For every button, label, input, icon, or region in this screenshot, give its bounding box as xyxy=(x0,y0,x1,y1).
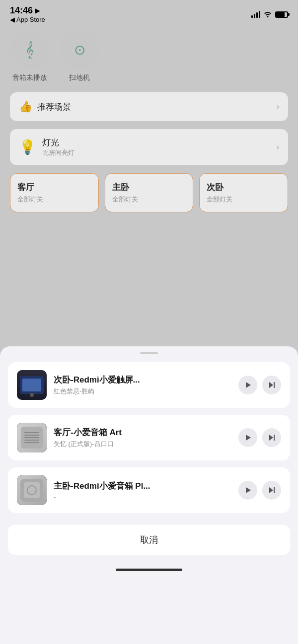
music-card-0[interactable]: 次卧-Redmi小爱触屏... 红色禁忌-胜屿 xyxy=(8,362,290,408)
song-name-0: 红色禁忌-胜屿 xyxy=(54,387,231,396)
vacuum-label: 扫地机 xyxy=(69,73,90,82)
bottom-sheet: 次卧-Redmi小爱触屏... 红色禁忌-胜屿 xyxy=(0,346,298,644)
thumb-0 xyxy=(17,370,47,400)
svg-rect-2 xyxy=(274,382,275,388)
controls-0 xyxy=(238,376,281,394)
status-right xyxy=(251,10,288,19)
music-info-1: 客厅-小爱音箱 Art 失忆 (正式版)-吕口口 xyxy=(54,427,231,449)
rooms-row: 客厅 全部灯关 主卧 全部灯关 次卧 全部灯关 xyxy=(10,173,288,212)
room-card-master[interactable]: 主卧 全部灯关 xyxy=(105,173,194,212)
lights-title: 灯光 xyxy=(42,137,74,148)
chevron-right-icon: › xyxy=(277,102,279,111)
room-name-secondary: 次卧 xyxy=(207,182,281,193)
play-button-0[interactable] xyxy=(238,376,257,394)
location-arrow-icon: ▶ xyxy=(35,7,40,15)
controls-2 xyxy=(238,481,281,500)
back-button[interactable]: ◀ App Store xyxy=(10,16,45,23)
next-button-2[interactable] xyxy=(262,481,281,500)
device-speaker: 𝄞 音箱未播放 xyxy=(10,30,50,82)
signal-icon xyxy=(251,11,260,18)
room-status-living: 全部灯关 xyxy=(17,195,91,204)
room-name-master: 主卧 xyxy=(112,182,186,193)
device-vacuum: ⊙ 扫地机 xyxy=(60,30,99,82)
status-time: 14:46 ▶ xyxy=(10,5,45,16)
thumb-1 xyxy=(17,423,47,452)
speaker-label: 音箱未播放 xyxy=(12,73,47,82)
speaker-circle: 𝄞 xyxy=(10,30,50,69)
recommend-left: 👍 推荐场景 xyxy=(19,100,71,113)
svg-marker-0 xyxy=(246,382,251,388)
room-card-secondary[interactable]: 次卧 全部灯关 xyxy=(199,173,288,212)
pull-indicator xyxy=(140,352,158,354)
svg-marker-3 xyxy=(246,435,251,441)
device-name-2: 主卧-Redmi小爱音箱 Pl... xyxy=(54,480,231,492)
controls-1 xyxy=(238,428,281,447)
bottom-sheet-overlay: 次卧-Redmi小爱触屏... 红色禁忌-胜屿 xyxy=(0,346,298,644)
status-left: 14:46 ▶ ◀ App Store xyxy=(10,5,45,24)
recommend-card[interactable]: 👍 推荐场景 › xyxy=(10,92,288,121)
battery-icon xyxy=(275,11,288,18)
music-note-icon: 𝄞 xyxy=(25,41,34,59)
back-arrow-icon: ◀ xyxy=(10,16,15,23)
lights-chevron-icon: › xyxy=(277,143,279,152)
lights-subtitle: 无房间亮灯 xyxy=(42,148,74,157)
devices-row: 𝄞 音箱未播放 ⊙ 扫地机 xyxy=(10,30,288,82)
song-name-2: - xyxy=(54,493,231,501)
svg-rect-8 xyxy=(274,487,275,493)
device-name-0: 次卧-Redmi小爱触屏... xyxy=(54,374,231,386)
play-button-1[interactable] xyxy=(238,428,257,447)
vacuum-circle: ⊙ xyxy=(60,30,99,69)
thumb-2 xyxy=(17,475,47,505)
back-label: App Store xyxy=(16,16,45,23)
song-name-1: 失忆 (正式版)-吕口口 xyxy=(54,440,231,449)
time-display: 14:46 xyxy=(10,5,33,16)
room-name-living: 客厅 xyxy=(17,182,91,193)
music-card-2[interactable]: 主卧-Redmi小爱音箱 Pl... - xyxy=(8,467,290,513)
vacuum-icon: ⊙ xyxy=(74,42,85,58)
device-name-1: 客厅-小爱音箱 Art xyxy=(54,427,231,438)
room-status-secondary: 全部灯关 xyxy=(207,195,281,204)
lights-info: 灯光 无房间亮灯 xyxy=(42,137,74,157)
svg-marker-1 xyxy=(269,382,273,388)
svg-marker-6 xyxy=(246,487,251,493)
thumbs-up-icon: 👍 xyxy=(19,100,32,113)
music-info-2: 主卧-Redmi小爱音箱 Pl... - xyxy=(54,480,231,501)
play-button-2[interactable] xyxy=(238,481,257,500)
next-button-1[interactable] xyxy=(262,428,281,447)
next-button-0[interactable] xyxy=(262,376,281,394)
room-status-master: 全部灯关 xyxy=(112,195,186,204)
cancel-button[interactable]: 取消 xyxy=(8,525,290,555)
svg-marker-4 xyxy=(269,435,273,441)
lights-left: 💡 灯光 无房间亮灯 xyxy=(19,137,74,157)
lights-card[interactable]: 💡 灯光 无房间亮灯 › xyxy=(10,129,288,165)
room-card-living[interactable]: 客厅 全部灯关 xyxy=(10,173,99,212)
background-content: 𝄞 音箱未播放 ⊙ 扫地机 👍 推荐场景 › 💡 灯光 无房间亮灯 › xyxy=(0,25,298,225)
home-indicator xyxy=(116,569,182,571)
svg-rect-5 xyxy=(274,435,275,441)
bulb-icon: 💡 xyxy=(19,139,36,155)
music-info-0: 次卧-Redmi小爱触屏... 红色禁忌-胜屿 xyxy=(54,374,231,396)
music-card-1[interactable]: 客厅-小爱音箱 Art 失忆 (正式版)-吕口口 xyxy=(8,415,290,460)
status-bar: 14:46 ▶ ◀ App Store xyxy=(0,0,298,25)
wifi-icon xyxy=(263,10,272,19)
cancel-section: 取消 xyxy=(8,520,290,565)
recommend-label: 推荐场景 xyxy=(37,101,71,113)
svg-marker-7 xyxy=(269,487,273,493)
